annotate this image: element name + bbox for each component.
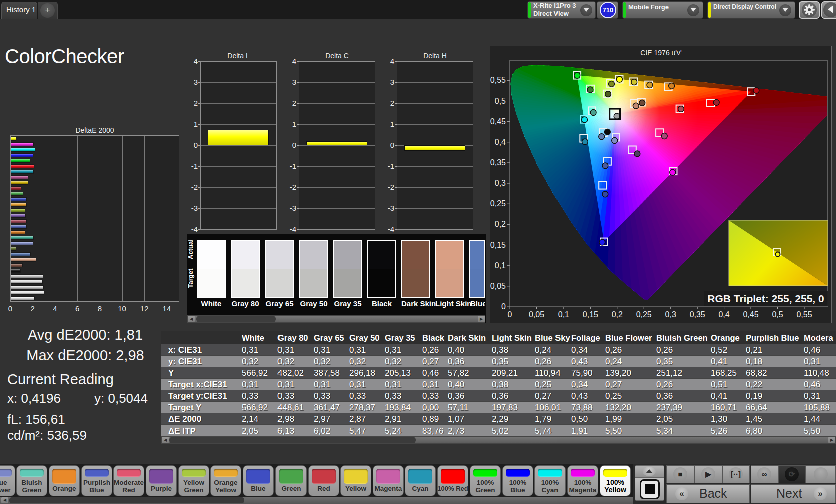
svg-text:0,35: 0,35 [690,310,705,319]
svg-text:0,3: 0,3 [665,310,676,319]
svg-text:0,2: 0,2 [495,220,506,228]
svg-text:0,3: 0,3 [495,179,506,187]
svg-text:0,15: 0,15 [583,310,598,319]
svg-text:0,55: 0,55 [490,76,506,84]
svg-text:0,1: 0,1 [495,261,506,270]
svg-text:0,15: 0,15 [490,241,506,249]
svg-text:0,55: 0,55 [796,310,812,319]
svg-text:0,25: 0,25 [636,310,652,319]
svg-text:0,1: 0,1 [558,310,569,319]
svg-text:0,05: 0,05 [529,310,544,319]
svg-text:RGB Triplet: 255, 255, 0: RGB Triplet: 255, 255, 0 [707,293,824,304]
svg-text:0,2: 0,2 [612,310,623,319]
svg-text:0: 0 [508,310,512,319]
svg-text:0,4: 0,4 [495,138,506,146]
svg-text:0,5: 0,5 [495,97,506,105]
svg-text:0,5: 0,5 [772,310,783,319]
svg-text:0: 0 [501,302,506,311]
svg-text:0,4: 0,4 [718,310,729,319]
svg-text:0,25: 0,25 [490,199,506,208]
svg-text:0,45: 0,45 [490,117,506,126]
svg-text:0,45: 0,45 [743,310,758,319]
svg-text:0,05: 0,05 [490,282,506,290]
svg-text:0,35: 0,35 [490,158,506,167]
